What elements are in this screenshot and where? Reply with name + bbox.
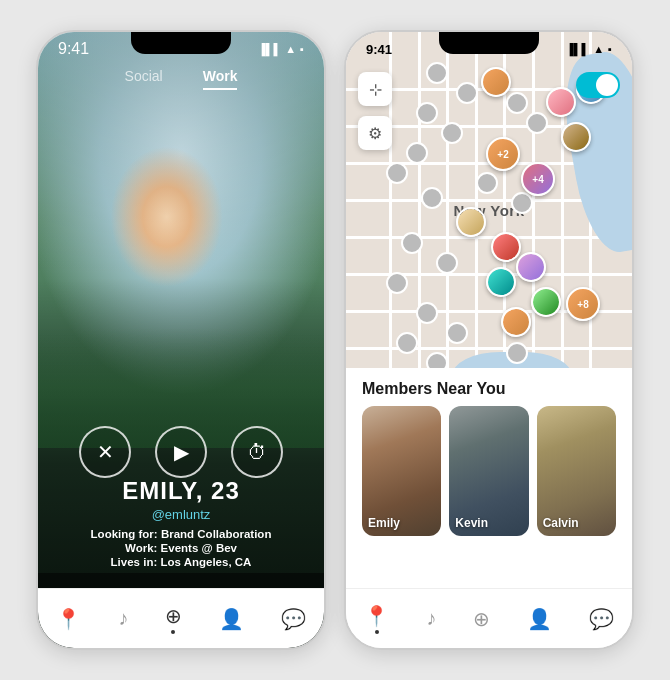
- profile-info: EMILY, 23 @emluntz Looking for: Brand Co…: [38, 477, 324, 568]
- map-status-time: 9:41: [366, 42, 392, 57]
- nav-profile[interactable]: 👤: [219, 607, 244, 631]
- members-section: Members Near You Emily Kevin Calvin: [346, 368, 632, 588]
- nav-map-active-dot: [375, 630, 379, 634]
- settings-button[interactable]: ⚙: [358, 116, 392, 150]
- status-time: 9:41: [58, 40, 89, 58]
- cluster-4[interactable]: +4: [521, 162, 555, 196]
- nav-chat[interactable]: 💬: [281, 607, 306, 631]
- nav-music[interactable]: ♪: [118, 607, 128, 630]
- members-grid: Emily Kevin Calvin: [346, 406, 632, 536]
- battery-icon: ▪: [300, 43, 304, 55]
- avatar-pin-9[interactable]: [501, 307, 531, 337]
- avatar-pin-6[interactable]: [516, 252, 546, 282]
- member-card-kevin[interactable]: Kevin: [449, 406, 528, 536]
- gray-pin-12[interactable]: [401, 232, 423, 254]
- gray-pin-10[interactable]: [476, 172, 498, 194]
- nav-location[interactable]: 📍: [56, 607, 81, 631]
- nav-map-music[interactable]: ♪: [426, 607, 436, 630]
- gray-pin-7[interactable]: [526, 112, 548, 134]
- member-name-calvin: Calvin: [543, 516, 579, 530]
- avatar-pin-4[interactable]: [561, 122, 591, 152]
- clock-button[interactable]: ⏱: [231, 426, 283, 478]
- avatar-pin-5[interactable]: [491, 232, 521, 262]
- gray-pin-2[interactable]: [456, 82, 478, 104]
- gray-pin-15[interactable]: [416, 302, 438, 324]
- map-toggle[interactable]: [576, 72, 620, 98]
- map-status-icons: ▐▌▌ ▲ ▪: [566, 43, 612, 55]
- close-button[interactable]: ✕: [79, 426, 131, 478]
- avatar-pin-1[interactable]: [481, 67, 511, 97]
- gray-pin-6[interactable]: [506, 92, 528, 114]
- map-area[interactable]: New York: [346, 32, 632, 402]
- member-card-emily[interactable]: Emily: [362, 406, 441, 536]
- profile-username[interactable]: @emluntz: [38, 507, 324, 522]
- member-name-kevin: Kevin: [455, 516, 488, 530]
- gray-pin-8[interactable]: [386, 162, 408, 184]
- tab-work[interactable]: Work: [203, 64, 238, 90]
- cluster-2[interactable]: +2: [486, 137, 520, 171]
- profile-looking: Looking for: Brand Collaboration: [38, 528, 324, 540]
- bottom-nav-profile: 📍 ♪ ⊕ 👤 💬: [38, 588, 324, 648]
- gray-pin-3[interactable]: [416, 102, 438, 124]
- map-wifi-icon: ▲: [593, 43, 604, 55]
- members-title: Members Near You: [346, 368, 632, 406]
- phone-profile: 9:41 ▐▌▌ ▲ ▪ Social Work ✕ ▶ ⏱: [36, 30, 326, 650]
- navigation-button[interactable]: ⊹: [358, 72, 392, 106]
- avatar-pin-2[interactable]: [546, 87, 576, 117]
- status-icons: ▐▌▌ ▲ ▪: [258, 43, 304, 55]
- nav-people[interactable]: ⊕: [165, 604, 182, 634]
- avatar-pin-emily[interactable]: [456, 207, 486, 237]
- avatar-pin-8[interactable]: [531, 287, 561, 317]
- gray-pin-9[interactable]: [421, 187, 443, 209]
- map-controls: ⊹ ⚙: [358, 72, 392, 150]
- notch: [131, 32, 231, 54]
- gray-pin-16[interactable]: [396, 332, 418, 354]
- profile-name: EMILY, 23: [38, 477, 324, 505]
- road-v3: [446, 32, 449, 402]
- tab-social[interactable]: Social: [125, 64, 163, 90]
- profile-work: Work: Events @ Bev: [38, 542, 324, 554]
- gray-pin-19[interactable]: [506, 342, 528, 364]
- nav-map-people[interactable]: ⊕: [473, 607, 490, 631]
- toggle-knob: [596, 74, 618, 96]
- gray-pin-4[interactable]: [441, 122, 463, 144]
- cluster-8[interactable]: +8: [566, 287, 600, 321]
- profile-actions: ✕ ▶ ⏱: [38, 426, 324, 478]
- play-button[interactable]: ▶: [155, 426, 207, 478]
- road-v2: [418, 32, 421, 402]
- nav-map-chat[interactable]: 💬: [589, 607, 614, 631]
- avatar-pin-7[interactable]: [486, 267, 516, 297]
- member-name-emily: Emily: [368, 516, 400, 530]
- profile-tabs: Social Work: [38, 64, 324, 90]
- gray-pin-5[interactable]: [406, 142, 428, 164]
- nav-active-dot: [171, 630, 175, 634]
- notch-map: [439, 32, 539, 54]
- map-battery-icon: ▪: [608, 43, 612, 55]
- gray-pin-11[interactable]: [511, 192, 533, 214]
- signal-icon: ▐▌▌: [258, 43, 281, 55]
- map-signal-icon: ▐▌▌: [566, 43, 589, 55]
- nav-map-profile[interactable]: 👤: [527, 607, 552, 631]
- gray-pin-1[interactable]: [426, 62, 448, 84]
- member-card-calvin[interactable]: Calvin: [537, 406, 616, 536]
- profile-lives: Lives in: Los Angeles, CA: [38, 556, 324, 568]
- wifi-icon: ▲: [285, 43, 296, 55]
- gray-pin-14[interactable]: [386, 272, 408, 294]
- gray-pin-17[interactable]: [446, 322, 468, 344]
- gray-pin-13[interactable]: [436, 252, 458, 274]
- nav-map-location[interactable]: 📍: [364, 604, 389, 634]
- road-v6: [532, 32, 535, 402]
- phone-map: 9:41 ▐▌▌ ▲ ▪: [344, 30, 634, 650]
- bottom-nav-map: 📍 ♪ ⊕ 👤 💬: [346, 588, 632, 648]
